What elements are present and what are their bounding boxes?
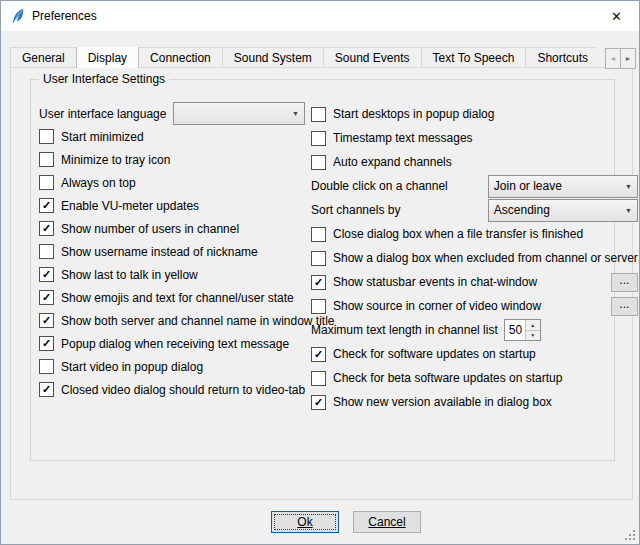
checkbox-show-number-of-users-in-channel[interactable]: ✓	[39, 221, 54, 236]
checkbox-label: Show statusbar events in chat-window	[333, 275, 537, 289]
checkbox-row-check-for-software-updates-on-startup[interactable]: ✓Check for software updates on startup	[311, 342, 638, 366]
tab-connection[interactable]: Connection	[138, 47, 223, 67]
checkbox-show-source-in-corner-of-video-window[interactable]	[311, 299, 326, 314]
tab-shortcuts[interactable]: Shortcuts	[525, 47, 596, 67]
more-button-show-statusbar-events-in-chat-window[interactable]: ...	[611, 273, 638, 292]
checkbox-label: Enable VU-meter updates	[61, 199, 199, 213]
chevron-down-icon: ▼	[620, 183, 637, 190]
checkbox-label: Popup dialog when receiving text message	[61, 337, 289, 351]
checkbox-timestamp-text-messages[interactable]	[311, 131, 326, 146]
tab-display[interactable]: Display	[76, 47, 139, 68]
checkbox-row-minimize-to-tray-icon[interactable]: Minimize to tray icon	[39, 148, 305, 171]
combo-sort-channels-by[interactable]: Ascending▼	[488, 199, 638, 222]
checkbox-row-show-source-in-corner-of-video-window[interactable]: Show source in corner of video window...	[311, 294, 638, 318]
checkbox-row-show-number-of-users-in-channel[interactable]: ✓Show number of users in channel	[39, 217, 305, 240]
tab-scroll-left-icon[interactable]: ◄	[605, 48, 621, 69]
checkbox-label: Show new version available in dialog box	[333, 395, 552, 409]
checkbox-label: Check for software updates on startup	[333, 347, 536, 361]
spinbox-maximum-text-length-in-channel-list[interactable]: 50▲▼	[504, 319, 541, 341]
preferences-dialog: Preferences ✕ GeneralDisplayConnectionSo…	[0, 0, 640, 545]
spin-row-maximum-text-length-in-channel-list: Maximum text length in channel list50▲▼	[311, 318, 638, 342]
checkbox-start-video-in-popup-dialog[interactable]	[39, 359, 54, 374]
checkbox-start-minimized[interactable]	[39, 129, 54, 144]
tab-bar: GeneralDisplayConnectionSound SystemSoun…	[10, 47, 596, 68]
checkbox-check-for-beta-software-updates-on-startup[interactable]	[311, 371, 326, 386]
tab-sound-system[interactable]: Sound System	[222, 47, 324, 67]
checkbox-row-show-both-server-and-channel-name-in-window-title[interactable]: ✓Show both server and channel name in wi…	[39, 309, 305, 332]
right-column: Start desktops in popup dialogTimestamp …	[311, 102, 638, 414]
spin-up-icon[interactable]: ▲	[526, 320, 540, 331]
checkbox-row-always-on-top[interactable]: Always on top	[39, 171, 305, 194]
resize-grip[interactable]	[624, 529, 637, 542]
checkbox-label: Show both server and channel name in win…	[61, 314, 335, 328]
tab-general[interactable]: General	[10, 47, 77, 67]
checkbox-show-username-instead-of-nickname[interactable]	[39, 244, 54, 259]
checkbox-show-new-version-available-in-dialog-box[interactable]: ✓	[311, 395, 326, 410]
checkbox-row-show-a-dialog-box-when-excluded-from-channel-or-server[interactable]: Show a dialog box when excluded from cha…	[311, 246, 638, 270]
combo-row-sort-channels-by: Sort channels byAscending▼	[311, 198, 638, 222]
checkbox-row-enable-vu-meter-updates[interactable]: ✓Enable VU-meter updates	[39, 194, 305, 217]
checkbox-close-dialog-box-when-a-file-transfer-is-finished[interactable]	[311, 227, 326, 242]
checkbox-row-auto-expand-channels[interactable]: Auto expand channels	[311, 150, 638, 174]
window-title: Preferences	[32, 9, 97, 23]
spin-label: Maximum text length in channel list	[311, 323, 498, 337]
checkbox-label: Show emojis and text for channel/user st…	[61, 291, 294, 305]
spin-buttons: ▲▼	[525, 320, 540, 340]
checkbox-show-both-server-and-channel-name-in-window-title[interactable]: ✓	[39, 313, 54, 328]
checkbox-row-show-emojis-and-text-for-channel-user-state[interactable]: ✓Show emojis and text for channel/user s…	[39, 286, 305, 309]
combo-row-user-interface-language: User interface language▼	[39, 102, 305, 125]
left-column: User interface language▼Start minimizedM…	[39, 102, 305, 414]
checkbox-row-show-username-instead-of-nickname[interactable]: Show username instead of nickname	[39, 240, 305, 263]
tab-scroll-control: ◄ ►	[605, 48, 636, 69]
cancel-button[interactable]: Cancel	[353, 511, 421, 533]
checkbox-row-start-desktops-in-popup-dialog[interactable]: Start desktops in popup dialog	[311, 102, 638, 126]
checkbox-label: Minimize to tray icon	[61, 153, 170, 167]
checkbox-auto-expand-channels[interactable]	[311, 155, 326, 170]
checkbox-label: Timestamp text messages	[333, 131, 473, 145]
checkbox-row-close-dialog-box-when-a-file-transfer-is-finished[interactable]: Close dialog box when a file transfer is…	[311, 222, 638, 246]
checkbox-row-start-video-in-popup-dialog[interactable]: Start video in popup dialog	[39, 355, 305, 378]
checkbox-show-emojis-and-text-for-channel-user-state[interactable]: ✓	[39, 290, 54, 305]
checkbox-label: Auto expand channels	[333, 155, 452, 169]
checkbox-row-show-last-to-talk-in-yellow[interactable]: ✓Show last to talk in yellow	[39, 263, 305, 286]
more-button-show-source-in-corner-of-video-window[interactable]: ...	[611, 297, 638, 316]
checkbox-show-a-dialog-box-when-excluded-from-channel-or-server[interactable]	[311, 251, 326, 266]
close-icon[interactable]: ✕	[594, 1, 639, 31]
checkbox-minimize-to-tray-icon[interactable]	[39, 152, 54, 167]
combo-double-click-on-a-channel[interactable]: Join or leave▼	[488, 175, 638, 198]
checkbox-always-on-top[interactable]	[39, 175, 54, 190]
group-content: User interface language▼Start minimizedM…	[31, 80, 614, 414]
checkbox-label: Closed video dialog should return to vid…	[61, 383, 305, 397]
combo-row-double-click-on-a-channel: Double click on a channelJoin or leave▼	[311, 174, 638, 198]
tab-sound-events[interactable]: Sound Events	[323, 47, 422, 67]
checkbox-label: Show number of users in channel	[61, 222, 239, 236]
combo-value: Join or leave	[489, 179, 620, 193]
tab-scroll-right-icon[interactable]: ►	[620, 48, 636, 69]
checkbox-closed-video-dialog-should-return-to-video-tab[interactable]: ✓	[39, 382, 54, 397]
group-title: User Interface Settings	[39, 72, 169, 86]
checkbox-row-popup-dialog-when-receiving-text-message[interactable]: ✓Popup dialog when receiving text messag…	[39, 332, 305, 355]
checkbox-check-for-software-updates-on-startup[interactable]: ✓	[311, 347, 326, 362]
title-bar: Preferences ✕	[1, 1, 639, 31]
ok-button[interactable]: Ok	[271, 511, 339, 533]
chevron-down-icon: ▼	[620, 207, 637, 214]
checkbox-row-closed-video-dialog-should-return-to-video-tab[interactable]: ✓Closed video dialog should return to vi…	[39, 378, 305, 401]
checkbox-label: Show source in corner of video window	[333, 299, 541, 313]
checkbox-row-start-minimized[interactable]: Start minimized	[39, 125, 305, 148]
checkbox-row-show-statusbar-events-in-chat-window[interactable]: ✓Show statusbar events in chat-window...	[311, 270, 638, 294]
checkbox-row-check-for-beta-software-updates-on-startup[interactable]: Check for beta software updates on start…	[311, 366, 638, 390]
checkbox-label: Check for beta software updates on start…	[333, 371, 562, 385]
checkbox-row-show-new-version-available-in-dialog-box[interactable]: ✓Show new version available in dialog bo…	[311, 390, 638, 414]
checkbox-show-last-to-talk-in-yellow[interactable]: ✓	[39, 267, 54, 282]
checkbox-label: Start desktops in popup dialog	[333, 107, 494, 121]
checkbox-start-desktops-in-popup-dialog[interactable]	[311, 107, 326, 122]
checkbox-label: Show username instead of nickname	[61, 245, 258, 259]
checkbox-popup-dialog-when-receiving-text-message[interactable]: ✓	[39, 336, 54, 351]
checkbox-row-timestamp-text-messages[interactable]: Timestamp text messages	[311, 126, 638, 150]
tab-text-to-speech[interactable]: Text To Speech	[421, 47, 527, 67]
user-interface-settings-group: User Interface Settings User interface l…	[30, 79, 615, 461]
checkbox-show-statusbar-events-in-chat-window[interactable]: ✓	[311, 275, 326, 290]
spin-down-icon[interactable]: ▼	[526, 331, 540, 341]
checkbox-enable-vu-meter-updates[interactable]: ✓	[39, 198, 54, 213]
combo-user-interface-language[interactable]: ▼	[173, 102, 305, 125]
